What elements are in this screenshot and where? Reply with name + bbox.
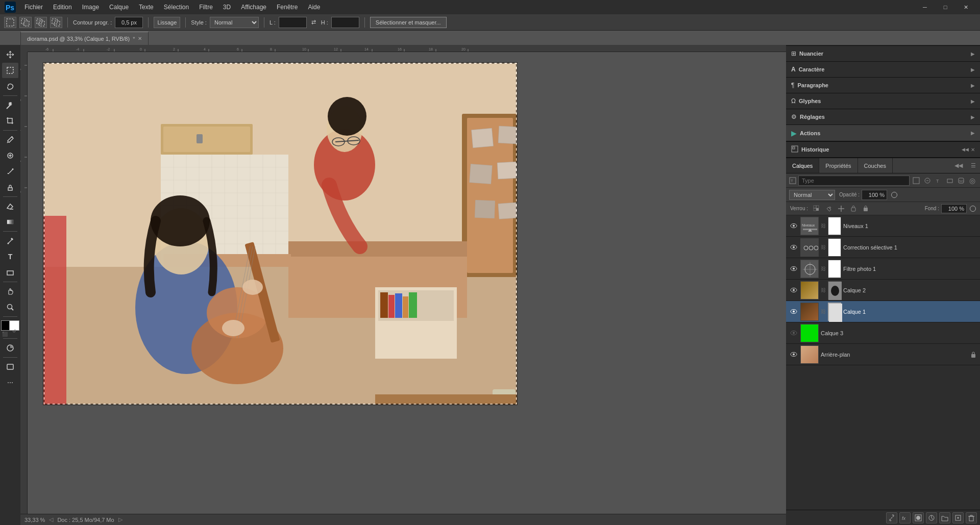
caractere-header[interactable]: A Caractère ▶ [786,62,980,77]
selection-mode-subtract[interactable] [35,17,47,28]
layer-visibility-calque1[interactable] [789,307,798,316]
layer-adjustment-btn[interactable] [926,512,937,523]
menu-selection[interactable]: Sélection [160,3,193,12]
layer-visibility-correction1[interactable] [789,243,798,252]
menu-fenetre[interactable]: Fenêtre [273,3,302,12]
nuancier-header[interactable]: ⊞ Nuancier ▶ [786,46,980,61]
layer-fx-btn[interactable]: fx [899,512,911,523]
actions-header[interactable]: ▶ Actions ▶ [786,125,980,141]
gradient-btn[interactable] [2,214,18,230]
heal-btn[interactable] [2,148,18,163]
layers-search-input[interactable] [798,176,910,186]
marquee-tool-btn[interactable] [2,63,18,78]
blend-mode-select[interactable]: Normal Dissoudre Obscurcir Multiplier Pr… [789,190,835,200]
window-restore-btn[interactable]: □ [935,0,955,14]
layer-trash-btn[interactable] [966,512,977,523]
tab-proprietes[interactable]: Propriétés [819,158,857,173]
menu-calque[interactable]: Calque [105,3,133,12]
window-minimize-btn[interactable]: ─ [915,0,935,14]
document-tab[interactable]: diorama.psd @ 33,3% (Calque 1, RVB/8) * … [20,32,149,45]
actions-expand-icon[interactable]: ▶ [971,130,975,136]
fond-circle-icon[interactable] [970,206,976,212]
select-mask-btn[interactable]: Sélectionner et masquer... [370,17,447,28]
layer-item-filtre1[interactable]: ⛓ Filtre photo 1 [786,258,980,280]
layer-item-calque2[interactable]: ⛓ Calque 2 [786,280,980,301]
menu-edition[interactable]: Edition [49,3,76,12]
layer-folder-btn[interactable] [939,512,950,523]
contour-input[interactable] [115,17,143,28]
menu-filtre[interactable]: Filtre [195,3,217,12]
menu-3d[interactable]: 3D [219,3,235,12]
lock-pixels-icon[interactable] [824,204,834,213]
lasso-tool-btn[interactable] [2,79,18,94]
shape-btn[interactable] [2,265,18,280]
tab-couches[interactable]: Couches [858,158,893,173]
layers-expand-icon[interactable]: ◀◀ [950,162,967,169]
paragraphe-header[interactable]: ¶ Paragraphe ▶ [786,78,980,93]
layer-visibility-filtre1[interactable] [789,264,798,273]
move-tool-btn[interactable] [2,47,18,62]
reglages-header[interactable]: ⚙ Réglages ▶ [786,109,980,124]
layer-visibility-filter[interactable]: ◎ [968,176,977,185]
layer-visibility-calque2[interactable] [789,286,798,295]
glyphes-expand-icon[interactable]: ▶ [971,98,975,104]
window-close-btn[interactable]: ✕ [955,0,976,14]
layer-link-correction1[interactable]: ⛓ [821,243,826,252]
text-btn[interactable]: T [2,249,18,264]
layer-link-calque1[interactable]: ⛓ [821,307,826,316]
reset-colors-icon[interactable]: ⬛ [2,332,8,337]
layer-link-calque2[interactable]: ⛓ [821,286,826,295]
historique-expand-icon[interactable]: ✕ [971,147,975,153]
layer-search-type-icon[interactable]: T [934,176,943,185]
eraser-btn[interactable] [2,198,18,214]
quick-mask-btn[interactable] [2,340,18,356]
lock-all-icon[interactable] [861,204,870,213]
swap-wh-icon[interactable]: ⇄ [310,18,318,27]
lissage-btn[interactable]: Lissage [154,17,180,28]
hand-btn[interactable] [2,284,18,299]
layer-link-filtre1[interactable]: ⛓ [821,264,826,273]
menu-aide[interactable]: Aide [304,3,324,12]
paragraphe-expand-icon[interactable]: ▶ [971,83,975,88]
historique-header[interactable]: Historique ◀◀ ✕ [786,142,980,157]
layer-visibility-calque3[interactable] [789,329,798,338]
l-input[interactable] [279,17,307,28]
layer-item-niveaux1[interactable]: Niveaux ⛓ Niveaux 1 [786,215,980,237]
menu-image[interactable]: Image [78,3,103,12]
zoom-btn[interactable] [2,299,18,315]
glyphes-header[interactable]: Ω Glyphes ▶ [786,93,980,109]
layer-search-pixel-icon[interactable] [912,176,921,185]
selection-mode-intersect[interactable] [50,17,62,28]
screen-mode-btn[interactable] [2,359,18,374]
selection-mode-new[interactable] [4,17,16,28]
layer-visibility-arriere[interactable] [789,350,798,359]
extras-btn[interactable]: ⋯ [2,375,18,390]
eyedropper-btn[interactable] [2,132,18,147]
lock-position-icon[interactable] [837,204,846,213]
layer-search-smart-icon[interactable]: SO [957,176,966,185]
layers-menu-icon[interactable]: ☰ [967,162,980,169]
layer-item-arriere-plan[interactable]: Arrière-plan [786,344,980,365]
caractere-expand-icon[interactable]: ▶ [971,67,975,72]
layer-search-adjust-icon[interactable] [923,176,932,185]
layer-item-correction1[interactable]: ⛓ Correction sélective 1 [786,237,980,258]
canvas-viewport[interactable] [28,52,786,514]
layer-link-niveaux1[interactable]: ⛓ [821,221,826,231]
layer-search-shape-icon[interactable] [945,176,954,185]
status-nav-right[interactable]: ▷ [118,516,122,523]
stamp-btn[interactable] [2,180,18,195]
layer-item-calque3[interactable]: Calque 3 [786,322,980,344]
menu-affichage[interactable]: Affichage [237,3,271,12]
tab-calques[interactable]: Calques [786,158,819,173]
menu-texte[interactable]: Texte [135,3,158,12]
selection-mode-add[interactable] [19,17,32,28]
menu-fichier[interactable]: Fichier [20,3,47,12]
tab-close-btn[interactable]: ✕ [138,36,142,41]
swap-colors-icon[interactable]: ↺ [12,329,16,334]
layer-item-calque1[interactable]: ⛓ Calque 1 [786,301,980,322]
crop-tool-btn[interactable] [2,113,18,129]
magic-wand-btn[interactable] [2,97,18,113]
style-select[interactable]: Normal Fixé Proportionnel [210,17,259,28]
status-nav-left[interactable]: ◁ [49,516,53,523]
layer-mask-btn[interactable] [913,512,924,523]
